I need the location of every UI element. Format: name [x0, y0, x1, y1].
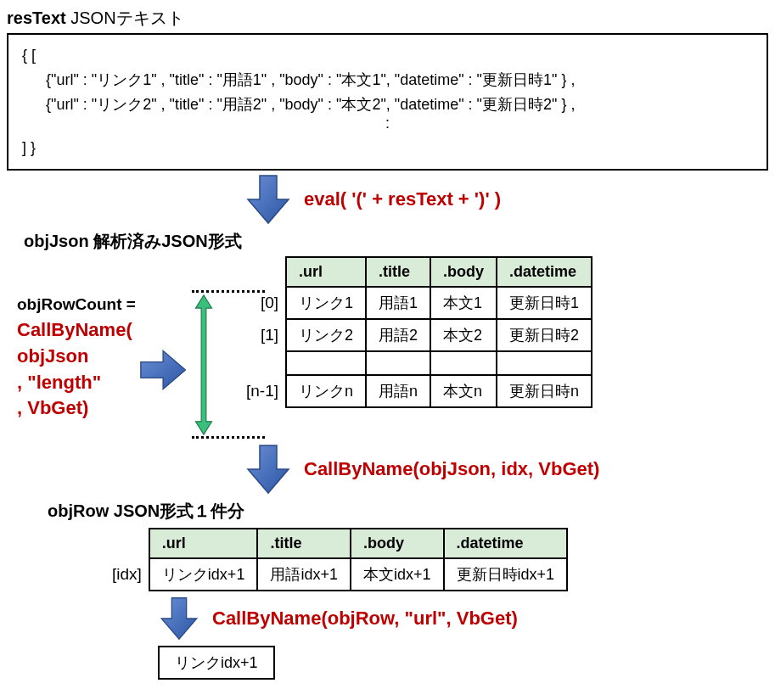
header-line: resText JSONテキスト [7, 7, 768, 30]
json-close: ] } [22, 136, 753, 160]
down-arrow-icon [244, 174, 292, 225]
double-arrow-area [194, 256, 227, 440]
cell: 更新日時idx+1 [444, 558, 568, 591]
objrow-var: objRow [48, 501, 109, 520]
arrow-row-1: eval( '(' + resText + ')' ) [7, 174, 768, 225]
col-title: .title [366, 257, 430, 287]
cell: 本文1 [430, 287, 497, 319]
cell: 用語2 [366, 319, 430, 351]
col2-url: .url [149, 529, 258, 558]
step3-label: CallByName(objRow, "url", VbGet) [212, 608, 518, 630]
objjson-label: objJson 解析済みJSON形式 [24, 230, 768, 253]
cell: リンク1 [286, 287, 366, 319]
objjson-jp: 解析済みJSON形式 [89, 232, 242, 250]
main-table-area: objRowCount = CallByName( objJson , "len… [17, 256, 768, 440]
second-table-wrap: .url .title .body .datetime [idx] リンクidx… [100, 528, 768, 591]
cell: 用語n [366, 375, 430, 407]
cell: 本文idx+1 [351, 558, 444, 591]
dotted-line-bottom [192, 436, 265, 439]
col-url: .url [286, 257, 366, 287]
cell: 更新日時1 [497, 287, 592, 319]
col-body: .body [430, 257, 497, 287]
right-arrow-icon [139, 346, 187, 394]
cell: 用語idx+1 [257, 558, 351, 591]
vertical-double-arrow-icon [194, 287, 214, 436]
objrow-table: .url .title .body .datetime [idx] リンクidx… [100, 528, 568, 591]
json-table: .url .title .body .datetime [0] リンク1 用語1… [234, 256, 592, 408]
down-arrow-icon [244, 444, 292, 495]
table-row: [idx] リンクidx+1 用語idx+1 本文idx+1 更新日時idx+1 [100, 558, 567, 591]
json-row-1: {"url" : "リンク1" , "title" : "用語1" , "bod… [22, 68, 753, 92]
objjson-var: objJson [24, 232, 89, 250]
var-restext: resText [7, 8, 66, 27]
cell: 本文n [430, 375, 497, 407]
arrow-row-3: CallByName(objRow, "url", VbGet) [158, 596, 768, 641]
step2-label: CallByName(objJson, idx, VbGet) [304, 458, 599, 480]
col2-title: .title [257, 529, 351, 558]
table-row-ellipsis [234, 351, 592, 375]
cell: リンクn [286, 375, 366, 407]
cell: 用語1 [366, 287, 430, 319]
left-labels: objRowCount = CallByName( objJson , "len… [17, 256, 187, 422]
table-idx-blank [234, 257, 286, 287]
objrow-label: objRow JSON形式１件分 [48, 500, 768, 523]
objrowcount-label: objRowCount = [17, 295, 187, 314]
eval-label: eval( '(' + resText + ')' ) [304, 188, 501, 210]
call-length-text: CallByName( objJson , "length" , VbGet) [17, 317, 132, 422]
header-jp: JSONテキスト [66, 8, 184, 27]
result-value: リンクidx+1 [175, 654, 258, 671]
arrow-row-2: CallByName(objJson, idx, VbGet) [7, 444, 768, 495]
cell: リンク2 [286, 319, 366, 351]
objrow-jp: JSON形式１件分 [109, 501, 244, 520]
table-row: [1] リンク2 用語2 本文2 更新日時2 [234, 319, 592, 351]
table-row: [0] リンク1 用語1 本文1 更新日時1 [234, 287, 592, 319]
idx-idx: [idx] [100, 558, 149, 591]
col-datetime: .datetime [497, 257, 592, 287]
col2-datetime: .datetime [444, 529, 568, 558]
table-row: [n-1] リンクn 用語n 本文n 更新日時n [234, 375, 592, 407]
col2-body: .body [351, 529, 444, 558]
json-text-box: { [ {"url" : "リンク1" , "title" : "用語1" , … [7, 33, 768, 171]
cell: 更新日時n [497, 375, 592, 407]
json-open: { [ [22, 43, 753, 68]
idx-n: [n-1] [234, 375, 286, 407]
cell: 更新日時2 [497, 319, 592, 351]
down-arrow-icon [158, 596, 200, 641]
dotted-line-top [192, 290, 265, 293]
cell: リンクidx+1 [149, 558, 258, 591]
result-box: リンクidx+1 [158, 646, 275, 680]
idx-1: [1] [234, 319, 286, 351]
call-length-block: CallByName( objJson , "length" , VbGet) [17, 317, 187, 422]
cell: 本文2 [430, 319, 497, 351]
